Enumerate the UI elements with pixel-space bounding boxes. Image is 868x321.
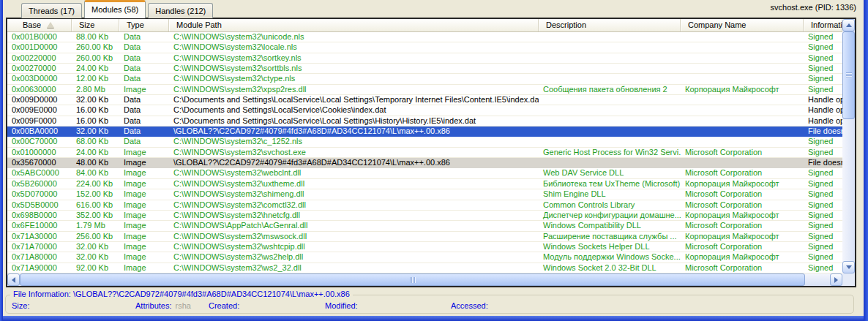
module-row[interactable]: 0x0100000024.00 KbImageC:\WINDOWS\system… (7, 148, 842, 158)
cell-size: 48.00 Kb (72, 158, 119, 167)
module-row[interactable]: 0x5ABC000084.00 KbImageC:\WINDOWS\system… (7, 168, 842, 178)
scroll-track[interactable] (805, 273, 830, 286)
column-header-description[interactable]: Description (539, 19, 681, 32)
module-row[interactable]: 0x006300002.80 MbImageC:\WINDOWS\system3… (7, 85, 842, 95)
cell-description (539, 126, 681, 136)
cell-description (539, 74, 681, 83)
cell-description: Windows Compatibility DLL (539, 221, 681, 230)
cell-description (539, 158, 681, 167)
cell-module-path: C:\WINDOWS\system32\sorttbls.nls (169, 64, 539, 73)
column-header-label: Description (546, 20, 586, 29)
module-row[interactable]: 0x00C7000068.00 KbDataC:\WINDOWS\system3… (7, 137, 842, 147)
module-row[interactable]: 0x009D000032.00 KbDataC:\Documents and S… (7, 95, 842, 105)
tab-bar: Threads (17) Modules (58) Handles (212) (21, 0, 215, 18)
cell-company-name: Корпорация Майкрософт (681, 211, 804, 220)
window-border-left (0, 0, 3, 321)
cell-type: Image (119, 148, 169, 157)
column-header-base[interactable]: Base (7, 19, 72, 32)
module-row[interactable]: 0x71A7000032.00 KbImageC:\WINDOWS\system… (7, 242, 842, 252)
module-row[interactable]: 0x0027000024.00 KbDataC:\WINDOWS\system3… (7, 64, 842, 74)
module-row[interactable]: 0x009F000016.00 KbDataC:\Documents and S… (7, 116, 842, 126)
cell-information: Signed (804, 53, 842, 63)
cell-module-path: C:\Documents and Settings\LocalService\C… (169, 105, 539, 115)
cell-company-name: Microsoft Corporation (681, 148, 804, 157)
column-header-size[interactable]: Size (72, 19, 119, 32)
module-row[interactable]: 0x71A9000092.00 KbImageC:\WINDOWS\system… (7, 263, 842, 273)
cell-company-name (681, 42, 804, 52)
cell-base: 0x35670000 (7, 158, 72, 167)
tab-handles[interactable]: Handles (212) (148, 3, 213, 18)
column-header-company-name[interactable]: Company Name (681, 19, 804, 32)
module-row[interactable]: 0x001B000088.00 KbDataC:\WINDOWS\system3… (7, 32, 842, 42)
scroll-right-button[interactable] (830, 273, 842, 286)
cell-type: Image (119, 232, 169, 241)
vertical-scrollbar[interactable] (842, 19, 855, 273)
cell-type: Image (119, 179, 169, 189)
module-row[interactable]: 0x00BA000032.00 KbData\GLOBAL??\C2CAD972… (7, 126, 842, 137)
module-row[interactable]: 0x003D000012.00 KbDataC:\WINDOWS\system3… (7, 74, 842, 84)
module-row[interactable]: 0x71A8000032.00 KbImageC:\WINDOWS\system… (7, 252, 842, 263)
cell-company-name (681, 126, 804, 136)
cell-module-path: C:\WINDOWS\system32\c_1252.nls (169, 137, 539, 146)
module-row[interactable]: 0x5D070000152.00 KbImageC:\WINDOWS\syste… (7, 189, 842, 200)
cell-description (539, 42, 681, 52)
cell-information: Signed (804, 263, 842, 273)
cell-size: 68.00 Kb (72, 137, 119, 146)
scroll-left-button[interactable] (7, 273, 20, 286)
module-row[interactable]: 0x6FE100001.79 MbImageC:\WINDOWS\AppPatc… (7, 221, 842, 231)
cell-information: Signed (804, 211, 842, 220)
module-row[interactable]: 0x009E000016.00 KbDataC:\Documents and S… (7, 105, 842, 116)
cell-description (539, 53, 681, 63)
column-header-type[interactable]: Type (119, 19, 169, 32)
process-title: svchost.exe (PID: 1336) (771, 3, 856, 12)
column-header-module-path[interactable]: Module Path (169, 19, 539, 32)
cell-module-path: C:\WINDOWS\system32\shimeng.dll (169, 189, 539, 199)
horizontal-scrollbar-thumb[interactable] (20, 273, 805, 286)
file-info-fields: Size:Attributes:rshaCreated:Modified:Acc… (0, 301, 868, 311)
module-row[interactable]: 0x3567000048.00 KbImage\GLOBAL??\C2CAD97… (7, 158, 842, 168)
tab-threads[interactable]: Threads (17) (21, 3, 82, 18)
file-information-legend: File Information: \GLOBAL??\C2CAD972#407… (10, 290, 353, 298)
cell-size: 1.79 Mb (72, 221, 119, 230)
scroll-up-button[interactable] (842, 19, 855, 31)
module-row[interactable]: 0x5B260000224.00 KbImageC:\WINDOWS\syste… (7, 179, 842, 189)
tab-modules[interactable]: Modules (58) (84, 0, 146, 18)
modules-list: BaseSizeTypeModule PathDescriptionCompan… (6, 18, 856, 287)
window-border-bottom (0, 316, 868, 321)
cell-type: Data (119, 53, 169, 63)
cell-description (539, 116, 681, 126)
cell-type: Data (119, 95, 169, 105)
cell-size: 12.00 Kb (72, 74, 119, 83)
cell-module-path: C:\WINDOWS\system32\xpsp2res.dll (169, 85, 539, 94)
module-row[interactable]: 0x698B0000352.00 KbImageC:\WINDOWS\syste… (7, 211, 842, 221)
module-row[interactable]: 0x5D5B0000616.00 KbImageC:\WINDOWS\syste… (7, 200, 842, 211)
module-row[interactable]: 0x001D0000260.00 KbDataC:\WINDOWS\system… (7, 42, 842, 53)
cell-type: Data (119, 105, 169, 115)
module-row[interactable]: 0x71A30000256.00 KbImageC:\WINDOWS\syste… (7, 232, 842, 242)
scroll-down-button[interactable] (842, 261, 855, 273)
cell-type: Image (119, 252, 169, 262)
cell-size: 88.00 Kb (72, 32, 119, 42)
horizontal-scrollbar[interactable] (7, 273, 842, 286)
cell-module-path: C:\WINDOWS\system32\ws2_32.dll (169, 263, 539, 273)
cell-module-path: C:\WINDOWS\system32\hnetcfg.dll (169, 211, 539, 220)
cell-size: 152.00 Kb (72, 189, 119, 199)
cell-description: Shim Engine DLL (539, 189, 681, 199)
cell-description: Windows Socket 2.0 32-Bit DLL (539, 263, 681, 273)
module-row[interactable]: 0x00220000260.00 KbDataC:\WINDOWS\system… (7, 53, 842, 64)
cell-description: Сообщения пакета обновления 2 (539, 85, 681, 94)
column-header-information[interactable]: Information (804, 19, 842, 32)
cell-company-name (681, 105, 804, 115)
cell-description: Диспетчер конфигурации домашне... (539, 211, 681, 220)
cell-size: 16.00 Kb (72, 116, 119, 126)
cell-company-name (681, 64, 804, 73)
cell-base: 0x01000000 (7, 148, 72, 157)
vertical-scrollbar-thumb[interactable] (842, 31, 855, 119)
cell-base: 0x009F0000 (7, 116, 72, 126)
cell-description: Модуль поддержки Windows Socke... (539, 252, 681, 262)
cell-type: Image (119, 168, 169, 178)
cell-module-path: C:\WINDOWS\system32\unicode.nls (169, 32, 539, 42)
cell-company-name: Корпорация Майкрософт (681, 179, 804, 189)
cell-information: Signed (804, 148, 842, 157)
cell-module-path: C:\WINDOWS\system32\wshtcpip.dll (169, 242, 539, 252)
